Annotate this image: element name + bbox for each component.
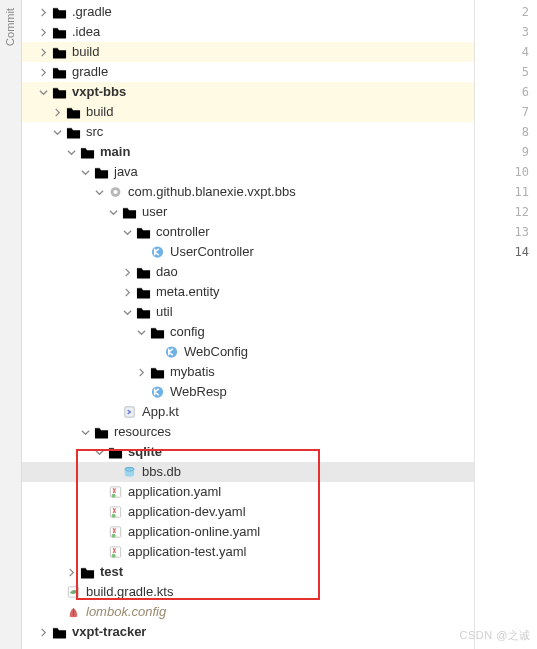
tree-label: WebConfig <box>184 342 248 362</box>
tree-file-app-kt[interactable]: App.kt <box>22 402 474 422</box>
folder-icon <box>106 445 124 459</box>
tree-package-root[interactable]: com.github.blanexie.vxpt.bbs <box>22 182 474 202</box>
gutter-label[interactable]: Commit <box>4 8 16 46</box>
package-folder-icon <box>134 265 152 279</box>
tree-label: UserController <box>170 242 254 262</box>
line-number: 8 <box>515 122 529 142</box>
chevron-down-icon[interactable] <box>120 228 134 237</box>
tree-folder-main[interactable]: main <box>22 142 474 162</box>
line-number: 14 <box>515 242 529 262</box>
chevron-down-icon[interactable] <box>50 128 64 137</box>
chevron-right-icon[interactable] <box>120 268 134 277</box>
folder-icon <box>64 105 82 119</box>
kotlin-file-icon <box>120 405 138 419</box>
tree-module-vxpt-bbs[interactable]: vxpt-bbs <box>22 82 474 102</box>
tree-folder-sqlite[interactable]: sqlite <box>22 442 474 462</box>
package-folder-icon <box>134 285 152 299</box>
tree-folder-build-sub[interactable]: build <box>22 102 474 122</box>
module-folder-icon <box>50 85 68 99</box>
line-number: 13 <box>515 222 529 242</box>
tree-file-application-test-yaml[interactable]: application-test.yaml <box>22 542 474 562</box>
tree-label: com.github.blanexie.vxpt.bbs <box>128 182 296 202</box>
line-number: 11 <box>515 182 529 202</box>
tree-folder-test[interactable]: test <box>22 562 474 582</box>
yaml-icon <box>106 545 124 559</box>
left-gutter: Commit <box>0 0 22 649</box>
folder-icon <box>78 145 96 159</box>
line-number: 4 <box>515 42 529 62</box>
tree-label: build <box>72 42 99 62</box>
kotlin-class-icon <box>148 385 166 399</box>
tree-file-webresp[interactable]: WebResp <box>22 382 474 402</box>
chevron-right-icon[interactable] <box>36 48 50 57</box>
project-tree: .gradle .idea build gradle <box>22 0 474 649</box>
tree-label: mybatis <box>170 362 215 382</box>
module-folder-icon <box>50 625 68 639</box>
tree-folder-build[interactable]: build <box>22 42 474 62</box>
tree-folder-gradle-cache[interactable]: .gradle <box>22 2 474 22</box>
chevron-right-icon[interactable] <box>120 288 134 297</box>
tree-file-usercontroller[interactable]: UserController <box>22 242 474 262</box>
chevron-right-icon[interactable] <box>36 28 50 37</box>
chevron-right-icon[interactable] <box>64 568 78 577</box>
tree-package-dao[interactable]: dao <box>22 262 474 282</box>
tree-label: App.kt <box>142 402 179 422</box>
tree-label: resources <box>114 422 171 442</box>
line-number: 6 <box>515 82 529 102</box>
chevron-right-icon[interactable] <box>36 8 50 17</box>
chevron-down-icon[interactable] <box>64 148 78 157</box>
chevron-down-icon[interactable] <box>92 188 106 197</box>
tree-file-application-yaml[interactable]: application.yaml <box>22 482 474 502</box>
chevron-down-icon[interactable] <box>120 308 134 317</box>
kotlin-class-icon <box>148 245 166 259</box>
tree-label: .idea <box>72 22 100 42</box>
line-number: 10 <box>515 162 529 182</box>
test-folder-icon <box>78 565 96 579</box>
tree-label: application-dev.yaml <box>128 502 246 522</box>
tree-label: build.gradle.kts <box>86 582 173 602</box>
tree-label: util <box>156 302 173 322</box>
chevron-right-icon[interactable] <box>134 368 148 377</box>
tree-label: sqlite <box>128 442 162 462</box>
tree-file-bbs-db[interactable]: bbs.db <box>22 462 474 482</box>
chevron-right-icon[interactable] <box>50 108 64 117</box>
tree-file-build-gradle-kts[interactable]: build.gradle.kts <box>22 582 474 602</box>
tree-folder-src[interactable]: src <box>22 122 474 142</box>
chevron-right-icon[interactable] <box>36 68 50 77</box>
tree-label: meta.entity <box>156 282 220 302</box>
yaml-icon <box>106 525 124 539</box>
package-folder-icon <box>120 205 138 219</box>
tree-label: config <box>170 322 205 342</box>
tree-label: build <box>86 102 113 122</box>
chevron-down-icon[interactable] <box>36 88 50 97</box>
tree-package-util[interactable]: util <box>22 302 474 322</box>
chevron-down-icon[interactable] <box>78 428 92 437</box>
gradle-kts-icon <box>64 585 82 599</box>
tree-file-webconfig[interactable]: WebConfig <box>22 342 474 362</box>
tree-package-user[interactable]: user <box>22 202 474 222</box>
tree-package-controller[interactable]: controller <box>22 222 474 242</box>
chevron-right-icon[interactable] <box>36 628 50 637</box>
tree-label: WebResp <box>170 382 227 402</box>
yaml-icon <box>106 505 124 519</box>
chevron-down-icon[interactable] <box>134 328 148 337</box>
tree-package-config[interactable]: config <box>22 322 474 342</box>
tree-label: lombok.config <box>86 602 166 622</box>
tree-file-application-dev-yaml[interactable]: application-dev.yaml <box>22 502 474 522</box>
tree-package-mybatis[interactable]: mybatis <box>22 362 474 382</box>
tree-label: main <box>100 142 130 162</box>
package-folder-icon <box>148 325 166 339</box>
chevron-down-icon[interactable] <box>106 208 120 217</box>
chevron-down-icon[interactable] <box>92 448 106 457</box>
tree-module-vxpt-tracker[interactable]: vxpt-tracker <box>22 622 474 642</box>
line-number: 2 <box>515 2 529 22</box>
tree-file-application-online-yaml[interactable]: application-online.yaml <box>22 522 474 542</box>
chevron-down-icon[interactable] <box>78 168 92 177</box>
tree-package-meta-entity[interactable]: meta.entity <box>22 282 474 302</box>
tree-folder-idea[interactable]: .idea <box>22 22 474 42</box>
tree-folder-resources[interactable]: resources <box>22 422 474 442</box>
tree-file-lombok-config[interactable]: lombok.config <box>22 602 474 622</box>
kotlin-class-icon <box>162 345 180 359</box>
tree-folder-gradle[interactable]: gradle <box>22 62 474 82</box>
tree-folder-java[interactable]: java <box>22 162 474 182</box>
